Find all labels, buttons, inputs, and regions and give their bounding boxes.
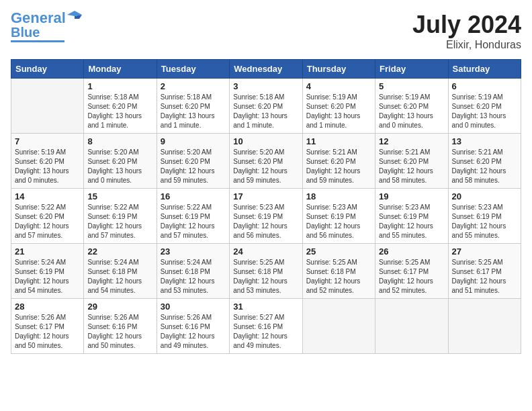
calendar-week-row: 1Sunrise: 5:18 AM Sunset: 6:20 PM Daylig…: [11, 79, 521, 134]
day-info: Sunrise: 5:19 AM Sunset: 6:20 PM Dayligh…: [379, 93, 444, 130]
day-number: 9: [161, 136, 226, 146]
day-info: Sunrise: 5:22 AM Sunset: 6:20 PM Dayligh…: [15, 203, 80, 240]
calendar-cell: 17Sunrise: 5:23 AM Sunset: 6:19 PM Dayli…: [230, 189, 302, 244]
day-info: Sunrise: 5:23 AM Sunset: 6:19 PM Dayligh…: [306, 203, 371, 240]
calendar-cell: 29Sunrise: 5:26 AM Sunset: 6:16 PM Dayli…: [84, 299, 157, 354]
day-info: Sunrise: 5:19 AM Sunset: 6:20 PM Dayligh…: [15, 148, 80, 185]
day-info: Sunrise: 5:23 AM Sunset: 6:19 PM Dayligh…: [452, 203, 517, 240]
day-number: 1: [87, 81, 152, 91]
calendar-cell: 24Sunrise: 5:25 AM Sunset: 6:18 PM Dayli…: [230, 244, 302, 299]
weekday-header-thursday: Thursday: [302, 60, 375, 79]
day-number: 8: [87, 136, 152, 146]
day-info: Sunrise: 5:21 AM Sunset: 6:20 PM Dayligh…: [452, 148, 517, 185]
day-info: Sunrise: 5:20 AM Sunset: 6:20 PM Dayligh…: [87, 148, 152, 185]
logo: General Blue: [11, 11, 82, 42]
calendar-cell: 22Sunrise: 5:24 AM Sunset: 6:18 PM Dayli…: [84, 244, 157, 299]
day-info: Sunrise: 5:27 AM Sunset: 6:16 PM Dayligh…: [233, 313, 298, 351]
day-number: 24: [233, 246, 298, 257]
day-number: 15: [87, 191, 152, 201]
day-info: Sunrise: 5:25 AM Sunset: 6:17 PM Dayligh…: [452, 258, 517, 295]
calendar-location: Elixir, Honduras: [412, 39, 521, 51]
logo-blue-text: Blue: [11, 26, 40, 39]
logo-bird-icon: [67, 9, 82, 24]
day-info: Sunrise: 5:25 AM Sunset: 6:18 PM Dayligh…: [233, 258, 298, 295]
day-number: 28: [15, 302, 80, 312]
day-number: 10: [233, 136, 298, 146]
day-number: 20: [452, 191, 517, 201]
day-number: 11: [306, 136, 371, 146]
calendar-table: SundayMondayTuesdayWednesdayThursdayFrid…: [11, 59, 521, 354]
weekday-header-saturday: Saturday: [448, 60, 521, 79]
calendar-cell: 13Sunrise: 5:21 AM Sunset: 6:20 PM Dayli…: [448, 134, 521, 189]
day-number: 12: [379, 136, 444, 146]
day-number: 17: [233, 191, 298, 201]
day-info: Sunrise: 5:26 AM Sunset: 6:16 PM Dayligh…: [161, 313, 226, 351]
calendar-cell: 25Sunrise: 5:25 AM Sunset: 6:18 PM Dayli…: [302, 244, 375, 299]
calendar-cell: 4Sunrise: 5:19 AM Sunset: 6:20 PM Daylig…: [302, 79, 375, 134]
logo-text: General: [11, 11, 66, 26]
day-info: Sunrise: 5:23 AM Sunset: 6:19 PM Dayligh…: [379, 203, 444, 240]
day-number: 4: [306, 81, 371, 91]
day-number: 18: [306, 191, 371, 201]
weekday-header-friday: Friday: [375, 60, 448, 79]
calendar-cell: [11, 79, 84, 134]
weekday-header-row: SundayMondayTuesdayWednesdayThursdayFrid…: [11, 60, 521, 79]
calendar-cell: 14Sunrise: 5:22 AM Sunset: 6:20 PM Dayli…: [11, 189, 84, 244]
day-number: 19: [379, 191, 444, 201]
calendar-week-row: 21Sunrise: 5:24 AM Sunset: 6:19 PM Dayli…: [11, 244, 521, 299]
day-number: 3: [233, 81, 298, 91]
calendar-cell: 12Sunrise: 5:21 AM Sunset: 6:20 PM Dayli…: [375, 134, 448, 189]
weekday-header-sunday: Sunday: [11, 60, 84, 79]
day-number: 14: [15, 191, 80, 201]
day-number: 7: [15, 136, 80, 146]
calendar-cell: 23Sunrise: 5:24 AM Sunset: 6:18 PM Dayli…: [157, 244, 229, 299]
calendar-cell: 5Sunrise: 5:19 AM Sunset: 6:20 PM Daylig…: [375, 79, 448, 134]
day-info: Sunrise: 5:18 AM Sunset: 6:20 PM Dayligh…: [233, 93, 298, 130]
calendar-cell: 19Sunrise: 5:23 AM Sunset: 6:19 PM Dayli…: [375, 189, 448, 244]
calendar-week-row: 28Sunrise: 5:26 AM Sunset: 6:17 PM Dayli…: [11, 299, 521, 354]
calendar-week-row: 7Sunrise: 5:19 AM Sunset: 6:20 PM Daylig…: [11, 134, 521, 189]
logo-underline: [11, 40, 64, 42]
day-info: Sunrise: 5:26 AM Sunset: 6:17 PM Dayligh…: [15, 313, 80, 351]
calendar-cell: 26Sunrise: 5:25 AM Sunset: 6:17 PM Dayli…: [375, 244, 448, 299]
calendar-cell: 16Sunrise: 5:22 AM Sunset: 6:19 PM Dayli…: [157, 189, 229, 244]
weekday-header-tuesday: Tuesday: [157, 60, 229, 79]
calendar-cell: [448, 299, 521, 354]
day-number: 5: [379, 81, 444, 91]
day-number: 30: [161, 302, 226, 312]
day-info: Sunrise: 5:19 AM Sunset: 6:20 PM Dayligh…: [452, 93, 517, 130]
day-info: Sunrise: 5:26 AM Sunset: 6:16 PM Dayligh…: [87, 313, 152, 351]
day-info: Sunrise: 5:19 AM Sunset: 6:20 PM Dayligh…: [306, 93, 371, 130]
day-info: Sunrise: 5:24 AM Sunset: 6:19 PM Dayligh…: [15, 258, 80, 295]
day-info: Sunrise: 5:22 AM Sunset: 6:19 PM Dayligh…: [161, 203, 226, 240]
page-header: General Blue July 2024 Elixir, Honduras: [11, 11, 521, 51]
day-info: Sunrise: 5:18 AM Sunset: 6:20 PM Dayligh…: [161, 93, 226, 130]
weekday-header-monday: Monday: [84, 60, 157, 79]
day-info: Sunrise: 5:23 AM Sunset: 6:19 PM Dayligh…: [233, 203, 298, 240]
day-info: Sunrise: 5:25 AM Sunset: 6:18 PM Dayligh…: [306, 258, 371, 295]
calendar-week-row: 14Sunrise: 5:22 AM Sunset: 6:20 PM Dayli…: [11, 189, 521, 244]
calendar-cell: 31Sunrise: 5:27 AM Sunset: 6:16 PM Dayli…: [230, 299, 302, 354]
day-info: Sunrise: 5:22 AM Sunset: 6:19 PM Dayligh…: [87, 203, 152, 240]
day-number: 13: [452, 136, 517, 146]
day-number: 25: [306, 246, 371, 257]
calendar-cell: 18Sunrise: 5:23 AM Sunset: 6:19 PM Dayli…: [302, 189, 375, 244]
calendar-title: July 2024: [412, 11, 521, 39]
day-number: 22: [87, 246, 152, 257]
weekday-header-wednesday: Wednesday: [230, 60, 302, 79]
calendar-cell: 9Sunrise: 5:20 AM Sunset: 6:20 PM Daylig…: [157, 134, 229, 189]
calendar-cell: 8Sunrise: 5:20 AM Sunset: 6:20 PM Daylig…: [84, 134, 157, 189]
calendar-cell: 20Sunrise: 5:23 AM Sunset: 6:19 PM Dayli…: [448, 189, 521, 244]
calendar-cell: 3Sunrise: 5:18 AM Sunset: 6:20 PM Daylig…: [230, 79, 302, 134]
title-block: July 2024 Elixir, Honduras: [412, 11, 521, 51]
day-number: 27: [452, 246, 517, 257]
calendar-cell: 30Sunrise: 5:26 AM Sunset: 6:16 PM Dayli…: [157, 299, 229, 354]
day-number: 2: [161, 81, 226, 91]
calendar-cell: 21Sunrise: 5:24 AM Sunset: 6:19 PM Dayli…: [11, 244, 84, 299]
calendar-cell: 7Sunrise: 5:19 AM Sunset: 6:20 PM Daylig…: [11, 134, 84, 189]
day-info: Sunrise: 5:18 AM Sunset: 6:20 PM Dayligh…: [87, 93, 152, 130]
day-info: Sunrise: 5:21 AM Sunset: 6:20 PM Dayligh…: [306, 148, 371, 185]
day-info: Sunrise: 5:24 AM Sunset: 6:18 PM Dayligh…: [161, 258, 226, 295]
day-info: Sunrise: 5:21 AM Sunset: 6:20 PM Dayligh…: [379, 148, 444, 185]
calendar-cell: 11Sunrise: 5:21 AM Sunset: 6:20 PM Dayli…: [302, 134, 375, 189]
